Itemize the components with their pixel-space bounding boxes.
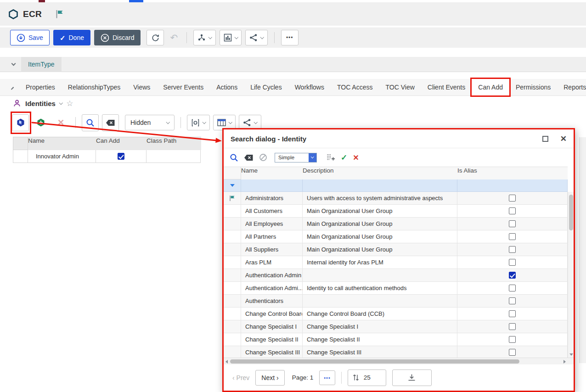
is-alias-checkbox[interactable] xyxy=(509,323,516,330)
hidden-filter-select[interactable]: Hidden xyxy=(125,115,175,130)
pick-related-item-button[interactable] xyxy=(12,114,29,131)
row-selector-cell[interactable] xyxy=(224,269,241,282)
add-new-item-button[interactable] xyxy=(32,114,49,131)
done-button[interactable]: ✓ Done xyxy=(53,30,90,45)
is-alias-checkbox[interactable] xyxy=(509,272,516,279)
scroll-left-arrow-icon[interactable] xyxy=(225,360,228,364)
name-cell[interactable]: Aras PLM xyxy=(241,256,303,269)
is-alias-checkbox[interactable] xyxy=(509,349,516,356)
can-add-checkbox[interactable] xyxy=(118,153,124,160)
save-button[interactable]: Save xyxy=(10,30,50,45)
search-mode-select[interactable]: Simple xyxy=(275,153,317,162)
horizontal-scrollbar[interactable] xyxy=(224,358,574,364)
view-settings-dropdown-button[interactable] xyxy=(187,115,210,130)
backspace-icon[interactable] xyxy=(244,154,254,161)
name-cell[interactable]: All Customers xyxy=(241,205,303,218)
tab[interactable]: Server Events xyxy=(157,79,210,95)
undo-icon[interactable]: ↶ xyxy=(170,33,178,42)
discard-button[interactable]: Discard xyxy=(94,30,141,45)
download-button[interactable] xyxy=(392,370,432,386)
tab[interactable]: Client Events xyxy=(421,79,472,95)
is-alias-checkbox[interactable] xyxy=(509,310,516,317)
class-path-cell[interactable] xyxy=(146,150,201,163)
description-cell[interactable] xyxy=(303,269,457,282)
scrollbar-thumb[interactable] xyxy=(230,359,519,364)
name-cell[interactable]: Change Specialist I xyxy=(241,320,303,333)
more-pages-button[interactable]: ••• xyxy=(319,370,335,385)
description-cell[interactable] xyxy=(303,295,457,308)
tab[interactable]: TOC View xyxy=(379,79,421,95)
name-cell[interactable]: All Suppliers xyxy=(241,243,303,256)
name-cell[interactable]: Authenticators xyxy=(241,295,303,308)
clear-search-button[interactable] xyxy=(102,114,119,131)
chevron-down-icon[interactable] xyxy=(59,101,63,105)
description-cell[interactable]: Main Organizational User Group xyxy=(303,205,457,218)
is-alias-checkbox[interactable] xyxy=(509,285,516,291)
description-cell[interactable]: Users with access to system administrati… xyxy=(303,192,457,205)
description-cell[interactable]: Change Specialist III xyxy=(303,346,457,358)
scroll-right-arrow-icon[interactable] xyxy=(563,360,566,364)
is-alias-checkbox[interactable] xyxy=(509,246,516,253)
name-cell[interactable]: All Employees xyxy=(241,218,303,230)
identities-grid-row[interactable]: Innovator Admin xyxy=(13,150,201,163)
row-selector-cell[interactable] xyxy=(224,295,241,308)
flag-icon[interactable] xyxy=(55,9,64,19)
tab[interactable]: Life Cycles xyxy=(244,79,288,95)
row-selector-cell[interactable] xyxy=(224,230,241,243)
is-alias-checkbox[interactable] xyxy=(509,220,516,227)
row-selector-cell[interactable] xyxy=(224,205,241,218)
search-icon[interactable] xyxy=(230,153,238,162)
description-cell[interactable]: Internal identity for Aras PLM xyxy=(303,256,457,269)
row-selector-cell[interactable] xyxy=(13,150,28,163)
refresh-button[interactable] xyxy=(146,30,164,45)
multi-select-list-icon[interactable] xyxy=(326,153,335,162)
description-cell[interactable]: Change Specialist I xyxy=(303,320,457,333)
row-selector-cell[interactable] xyxy=(224,282,241,295)
row-selector-cell[interactable] xyxy=(224,346,241,358)
tab[interactable]: Can Add xyxy=(472,79,509,95)
name-cell[interactable]: Change Specialist II xyxy=(241,333,303,346)
dialog-grid-row[interactable]: Authenticators xyxy=(224,295,568,308)
filter-selector-cell[interactable] xyxy=(224,179,241,192)
description-cell[interactable]: Identity to call authentication methods xyxy=(303,282,457,295)
dialog-grid-row[interactable]: Authentication Admi... Identity to call … xyxy=(224,282,568,295)
next-page-button[interactable]: Next › xyxy=(255,370,284,386)
scrollbar-thumb[interactable] xyxy=(569,195,573,230)
tab[interactable]: Reports xyxy=(557,79,586,95)
tab[interactable]: RelationshipTypes xyxy=(62,79,127,95)
is-alias-checkbox[interactable] xyxy=(509,259,516,266)
chevron-down-icon[interactable] xyxy=(11,62,16,66)
name-cell[interactable]: Change Control Board xyxy=(241,308,303,320)
row-selector-cell[interactable] xyxy=(224,256,241,269)
collapse-tabs-icon[interactable] xyxy=(11,87,14,90)
search-button[interactable] xyxy=(82,114,99,131)
page-size-control[interactable]: 25 xyxy=(348,370,386,386)
tab[interactable]: Permissions xyxy=(509,79,557,95)
is-alias-checkbox[interactable] xyxy=(509,195,516,202)
dialog-grid-row[interactable]: Change Control Board Change Control Boar… xyxy=(224,308,568,320)
filter-description-cell[interactable] xyxy=(303,179,457,192)
main-grid-scrollbar[interactable] xyxy=(579,137,586,363)
dialog-grid-row[interactable]: All Partners Main Organizational User Gr… xyxy=(224,230,568,243)
itemtype-tab[interactable]: ItemType xyxy=(21,57,62,72)
description-cell[interactable]: Main Organizational User Group xyxy=(303,230,457,243)
dialog-grid-row[interactable]: Change Specialist III Change Specialist … xyxy=(224,346,568,358)
is-alias-checkbox[interactable] xyxy=(509,233,516,240)
favorite-star-icon[interactable]: ☆ xyxy=(66,100,73,107)
confirm-check-icon[interactable]: ✓ xyxy=(341,153,347,162)
is-alias-checkbox[interactable] xyxy=(509,297,516,304)
name-cell[interactable]: All Partners xyxy=(241,230,303,243)
row-selector-cell[interactable] xyxy=(224,218,241,230)
reports-dropdown-button[interactable] xyxy=(220,30,242,45)
tab[interactable]: Properties xyxy=(19,79,62,95)
dialog-grid-row[interactable]: All Employees Main Organizational User G… xyxy=(224,218,568,230)
row-selector-cell[interactable] xyxy=(224,333,241,346)
name-cell[interactable]: Administrators xyxy=(241,192,303,205)
row-selector-cell[interactable] xyxy=(224,243,241,256)
select-caret-button[interactable] xyxy=(309,153,316,162)
cancel-x-icon[interactable]: ✕ xyxy=(353,153,359,162)
name-cell[interactable]: Innovator Admin xyxy=(28,150,96,163)
tab[interactable]: Workflows xyxy=(288,79,331,95)
more-actions-button[interactable]: ••• xyxy=(281,30,299,45)
filter-name-cell[interactable] xyxy=(241,179,303,192)
